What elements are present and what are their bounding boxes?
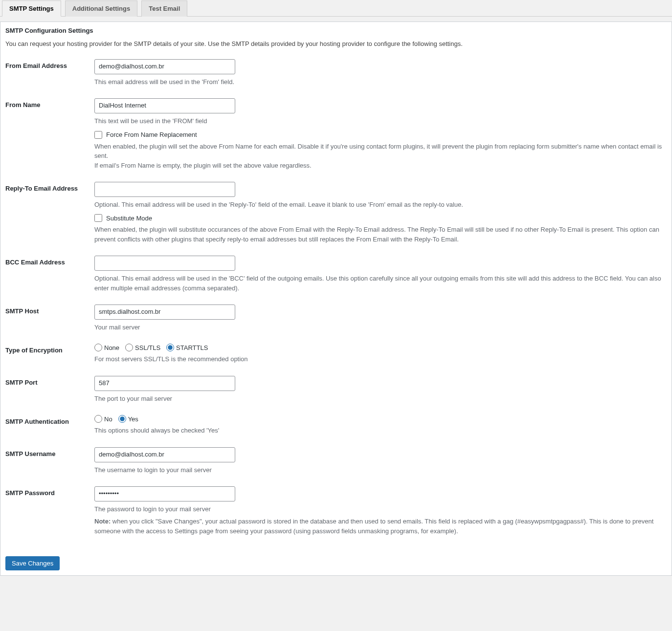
substitute-mode-checkbox[interactable]: [94, 214, 102, 222]
from-name-input[interactable]: [94, 98, 235, 113]
smtp-password-note: Note: when you click "Save Changes", you…: [94, 517, 667, 536]
smtp-username-input[interactable]: [94, 447, 235, 462]
label-from-email: From Email Address: [5, 59, 94, 69]
bcc-input[interactable]: [94, 256, 235, 271]
force-from-name-desc1: When enabled, the plugin will set the ab…: [94, 142, 667, 161]
row-smtp-port: SMTP Port The port to your mail server: [5, 376, 667, 403]
section-description: You can request your hosting provider fo…: [5, 40, 667, 47]
tab-smtp-settings[interactable]: SMTP Settings: [2, 0, 61, 17]
smtp-port-desc: The port to your mail server: [94, 394, 667, 404]
row-reply-to: Reply-To Email Address Optional. This em…: [5, 182, 667, 244]
auth-no-label: No: [104, 415, 112, 423]
row-smtp-username: SMTP Username The username to login to y…: [5, 447, 667, 475]
row-encryption: Type of Encryption None SSL/TLS STARTTLS: [5, 344, 667, 364]
encryption-ssl-radio[interactable]: [125, 344, 133, 351]
force-from-name-label: Force From Name Replacement: [106, 131, 197, 138]
row-from-email: From Email Address This email address wi…: [5, 59, 667, 87]
label-smtp-password: SMTP Password: [5, 486, 94, 497]
row-smtp-password: SMTP Password The password to login to y…: [5, 486, 667, 536]
settings-tabs: SMTP Settings Additional Settings Test E…: [0, 0, 672, 17]
label-bcc: BCC Email Address: [5, 256, 94, 266]
from-name-desc: This text will be used in the 'FROM' fie…: [94, 116, 667, 126]
from-email-input[interactable]: [94, 59, 235, 74]
auth-no-radio[interactable]: [94, 415, 102, 423]
label-from-name: From Name: [5, 98, 94, 109]
tab-additional-settings[interactable]: Additional Settings: [65, 0, 137, 17]
smtp-username-desc: The username to login to your mail serve…: [94, 465, 667, 475]
encryption-none-label: None: [104, 344, 119, 351]
label-smtp-username: SMTP Username: [5, 447, 94, 457]
substitute-mode-desc: When enabled, the plugin will substitute…: [94, 225, 667, 244]
row-smtp-host: SMTP Host Your mail server: [5, 305, 667, 332]
auth-yes-label: Yes: [128, 415, 138, 423]
row-smtp-auth: SMTP Authentication No Yes This options …: [5, 415, 667, 435]
note-text: when you click "Save Changes", your actu…: [94, 518, 653, 535]
tab-test-email[interactable]: Test Email: [141, 0, 187, 17]
smtp-auth-desc: This options should always be checked 'Y…: [94, 426, 667, 435]
label-reply-to: Reply-To Email Address: [5, 182, 94, 192]
reply-to-desc: Optional. This email address will be use…: [94, 200, 667, 210]
encryption-starttls-radio[interactable]: [166, 344, 174, 351]
settings-panel: SMTP Configuration Settings You can requ…: [0, 22, 672, 576]
encryption-ssl-label: SSL/TLS: [135, 344, 160, 351]
encryption-none-radio[interactable]: [94, 344, 102, 351]
force-from-name-checkbox[interactable]: [94, 131, 102, 139]
label-smtp-host: SMTP Host: [5, 305, 94, 315]
bcc-desc: Optional. This email address will be use…: [94, 274, 667, 293]
label-encryption: Type of Encryption: [5, 344, 94, 354]
smtp-password-input[interactable]: [94, 486, 235, 501]
row-bcc: BCC Email Address Optional. This email a…: [5, 256, 667, 293]
note-prefix: Note:: [94, 518, 111, 525]
force-from-name-desc2: If email's From Name is empty, the plugi…: [94, 161, 667, 171]
smtp-port-input[interactable]: [94, 376, 235, 391]
encryption-desc: For most servers SSL/TLS is the recommen…: [94, 354, 667, 364]
smtp-host-input[interactable]: [94, 305, 235, 320]
row-from-name: From Name This text will be used in the …: [5, 98, 667, 170]
substitute-mode-label: Substitute Mode: [106, 215, 152, 222]
auth-yes-radio[interactable]: [118, 415, 126, 423]
label-smtp-port: SMTP Port: [5, 376, 94, 386]
label-smtp-auth: SMTP Authentication: [5, 415, 94, 425]
from-email-desc: This email address will be used in the '…: [94, 77, 667, 87]
save-changes-button[interactable]: Save Changes: [5, 556, 60, 570]
smtp-password-desc: The password to login to your mail serve…: [94, 504, 667, 514]
section-title: SMTP Configuration Settings: [5, 27, 667, 34]
encryption-starttls-label: STARTTLS: [176, 344, 208, 351]
reply-to-input[interactable]: [94, 182, 235, 197]
smtp-host-desc: Your mail server: [94, 323, 667, 332]
